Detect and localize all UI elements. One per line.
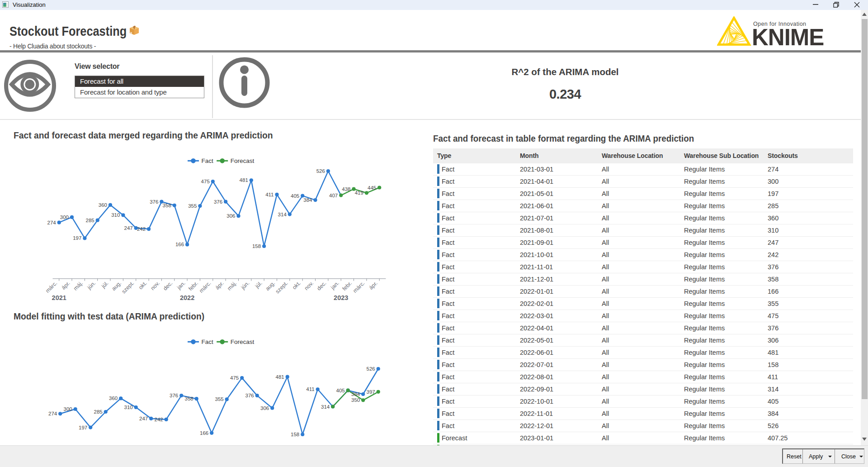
svg-text:nov.: nov. — [303, 280, 315, 292]
svg-text:2022: 2022 — [180, 294, 194, 301]
svg-text:475: 475 — [201, 179, 210, 184]
svg-text:dec.: dec. — [162, 280, 174, 292]
svg-text:ápr.: ápr. — [60, 280, 71, 291]
svg-text:júl.: júl. — [254, 280, 264, 290]
svg-text:158: 158 — [291, 432, 299, 437]
svg-text:márc.: márc. — [44, 280, 58, 294]
svg-text:405: 405 — [336, 388, 345, 393]
svg-text:407: 407 — [329, 193, 338, 198]
svg-text:358: 358 — [163, 203, 171, 208]
svg-text:márc.: márc. — [352, 280, 366, 294]
svg-text:júl.: júl. — [100, 280, 110, 290]
svg-text:411: 411 — [306, 386, 314, 392]
svg-text:ápr.: ápr. — [214, 280, 225, 291]
svg-text:411: 411 — [265, 192, 274, 197]
svg-text:376: 376 — [214, 199, 222, 205]
svg-text:274: 274 — [48, 411, 57, 416]
svg-text:481: 481 — [276, 374, 284, 380]
svg-text:438: 438 — [342, 186, 350, 192]
svg-text:285: 285 — [94, 409, 103, 415]
svg-text:Forecast: Forecast — [231, 338, 255, 345]
svg-text:376: 376 — [150, 199, 158, 205]
svg-text:360: 360 — [109, 396, 118, 401]
svg-text:ápr.: ápr. — [368, 280, 379, 291]
svg-text:314: 314 — [278, 212, 287, 217]
svg-text:máj.: máj. — [72, 280, 84, 292]
svg-text:475: 475 — [230, 375, 239, 381]
svg-text:okt.: okt. — [291, 280, 302, 291]
svg-text:máj.: máj. — [226, 280, 238, 292]
svg-text:355: 355 — [188, 203, 197, 209]
svg-text:526: 526 — [316, 168, 325, 174]
svg-text:310: 310 — [111, 212, 120, 218]
svg-text:384: 384 — [351, 391, 360, 397]
svg-text:360: 360 — [99, 202, 107, 208]
svg-text:247: 247 — [139, 416, 148, 421]
svg-text:szept.: szept. — [120, 280, 135, 295]
svg-text:376: 376 — [245, 393, 254, 398]
svg-text:jan.: jan. — [175, 280, 187, 291]
svg-text:Forecast: Forecast — [231, 157, 255, 164]
svg-text:384: 384 — [303, 197, 312, 203]
svg-text:jan.: jan. — [329, 280, 340, 291]
svg-text:166: 166 — [200, 430, 208, 436]
svg-text:febr.: febr. — [187, 280, 199, 292]
svg-text:197: 197 — [79, 425, 87, 430]
svg-text:419: 419 — [355, 190, 363, 195]
svg-text:300: 300 — [60, 214, 69, 220]
svg-text:2023: 2023 — [334, 294, 348, 301]
svg-text:247: 247 — [124, 225, 133, 231]
svg-text:306: 306 — [226, 213, 235, 219]
svg-text:197: 197 — [73, 235, 81, 241]
svg-text:300: 300 — [64, 406, 72, 412]
svg-text:314: 314 — [321, 404, 330, 410]
svg-text:481: 481 — [240, 177, 248, 183]
svg-text:526: 526 — [367, 366, 375, 372]
svg-text:szept.: szept. — [274, 280, 289, 295]
svg-text:358: 358 — [185, 396, 193, 401]
svg-text:306: 306 — [260, 405, 269, 411]
svg-text:397: 397 — [367, 389, 375, 395]
svg-text:febr.: febr. — [341, 280, 353, 292]
svg-text:285: 285 — [86, 218, 94, 223]
svg-text:okt.: okt. — [137, 280, 148, 291]
svg-text:dec.: dec. — [316, 280, 327, 292]
svg-text:2021: 2021 — [52, 294, 66, 301]
svg-text:242: 242 — [137, 226, 146, 232]
svg-text:nov.: nov. — [149, 280, 161, 292]
svg-text:350: 350 — [351, 397, 360, 403]
svg-text:Fact: Fact — [202, 157, 214, 164]
svg-text:405: 405 — [291, 193, 299, 199]
svg-text:jún.: jún. — [240, 280, 251, 291]
svg-text:274: 274 — [47, 220, 57, 225]
svg-text:242: 242 — [155, 417, 163, 422]
svg-text:445: 445 — [368, 185, 376, 191]
svg-text:KNIME: KNIME — [752, 24, 824, 48]
svg-text:376: 376 — [170, 393, 178, 398]
svg-text:jún.: jún. — [86, 280, 97, 291]
svg-text:166: 166 — [175, 242, 184, 247]
svg-text:Fact: Fact — [202, 338, 214, 345]
svg-text:158: 158 — [252, 243, 261, 249]
svg-text:márc.: márc. — [198, 280, 212, 294]
svg-text:355: 355 — [215, 396, 224, 402]
svg-text:310: 310 — [124, 405, 133, 410]
